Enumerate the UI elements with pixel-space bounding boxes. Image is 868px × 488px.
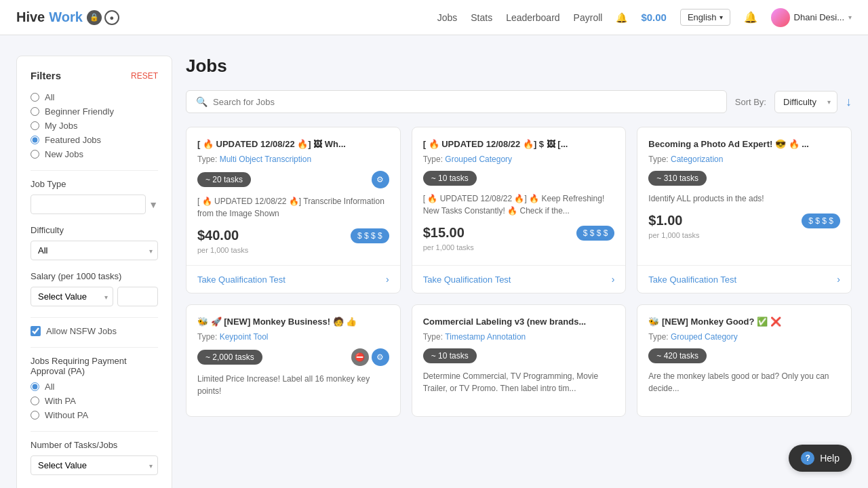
brand-hive: Hive (16, 9, 45, 25)
nav-leaderboard[interactable]: Leaderboard (506, 12, 559, 23)
job-card: Commercial Labeling v3 (new brands... Ty… (412, 304, 627, 417)
pa-radio-group: All With PA Without PA (31, 382, 158, 420)
scope-myjobs-label: My Jobs (45, 121, 77, 131)
user-name: Dhani Desi... (794, 12, 844, 22)
nav-sound[interactable]: 🔔 (616, 12, 627, 23)
pa-with[interactable]: With PA (31, 396, 158, 406)
scope-all-radio[interactable] (31, 93, 39, 102)
pa-without-radio[interactable] (31, 411, 39, 420)
pa-without-label: Without PA (45, 410, 88, 420)
user-menu[interactable]: Dhani Desi... (771, 8, 852, 27)
scope-all[interactable]: All (31, 92, 158, 102)
pa-all-label: All (45, 382, 54, 392)
jobtype-label: Job Type (31, 179, 158, 189)
nav-payroll[interactable]: Payroll (574, 12, 603, 23)
pa-without[interactable]: Without PA (31, 410, 158, 420)
scope-newjobs-label: New Jobs (45, 149, 83, 159)
nav-stats[interactable]: Stats (471, 12, 492, 23)
job-type: Type: Categorization (648, 155, 840, 164)
salary-badge: $ $ $ $ (802, 214, 840, 228)
pa-all-radio[interactable] (31, 382, 39, 391)
salary-badge: $ $ $ $ (576, 226, 615, 241)
nsfw-label: Allow NSFW Jobs (46, 326, 117, 336)
divider-4 (31, 431, 158, 432)
pa-label: Jobs Requiring Payment Approval (PA) (31, 356, 158, 376)
job-type-link[interactable]: Timestamp Annotation (445, 332, 526, 342)
pa-filter: Jobs Requiring Payment Approval (PA) All… (31, 356, 158, 420)
difficulty-filter: Difficulty All Easy Medium Hard ▾ (31, 225, 158, 260)
job-type: Type: Keypoint Tool (197, 332, 389, 342)
search-icon: 🔍 (196, 96, 208, 107)
salary-value-input[interactable] (117, 287, 158, 306)
scope-newjobs[interactable]: New Jobs (31, 149, 158, 159)
jobtype-filter: Job Type ▼ (31, 179, 158, 214)
scope-myjobs[interactable]: My Jobs (31, 121, 158, 131)
scope-newjobs-radio[interactable] (31, 150, 39, 159)
nav-jobs[interactable]: Jobs (437, 12, 458, 23)
job-card-body: Commercial Labeling v3 (new brands... Ty… (412, 305, 626, 416)
job-type: Type: Grouped Category (423, 155, 615, 164)
reset-button[interactable]: RESET (131, 71, 158, 81)
task-icon: ⚙ (372, 171, 389, 188)
job-card-body: [ 🔥 UPDATED 12/08/22 🔥] $ 🖼 [... Type: G… (412, 127, 626, 265)
job-card: Becoming a Photo Ad Expert! 😎 🔥 ... Type… (637, 127, 852, 293)
sort-direction-button[interactable]: ↓ (846, 95, 852, 109)
pa-all[interactable]: All (31, 382, 158, 392)
brand-work: Work (49, 9, 83, 25)
scope-myjobs-radio[interactable] (31, 121, 39, 130)
tasks-badge: ~ 420 tasks (648, 348, 707, 363)
job-salary: $1.00 (648, 213, 682, 228)
jobtype-filter-icon[interactable]: ▼ (149, 199, 158, 210)
divider-3 (31, 347, 158, 348)
nsfw-checkbox-label[interactable]: Allow NSFW Jobs (31, 326, 158, 336)
job-title: 🐝 🚀 [NEW] Monkey Business! 🧑 👍 (197, 316, 389, 328)
scope-beginner[interactable]: Beginner Friendly (31, 106, 158, 117)
job-salary: $15.00 (423, 225, 465, 241)
salary-select[interactable]: Select Value (31, 287, 113, 306)
job-type-link[interactable]: Categorization (671, 155, 723, 164)
tasks-select[interactable]: Select Value (31, 455, 158, 475)
tasks-row: ~ 420 tasks (648, 348, 840, 363)
divider-1 (31, 170, 158, 171)
brand-logo[interactable]: Hive Work 🔒 ● (16, 9, 119, 25)
nsfw-checkbox[interactable] (31, 326, 41, 336)
nav-bell-icon[interactable]: 🔔 (744, 11, 757, 24)
difficulty-select[interactable]: All Easy Medium Hard (31, 241, 158, 260)
salary-filter: Salary (per 1000 tasks) Select Value ▾ (31, 271, 158, 306)
job-description: Are the monkey labels good or bad? Only … (648, 370, 840, 394)
page-container: Filters RESET All Beginner Friendly My J… (0, 35, 868, 488)
job-type-link[interactable]: Multi Object Transcription (220, 155, 311, 164)
pa-with-radio[interactable] (31, 396, 39, 405)
job-card-body: 🐝 🚀 [NEW] Monkey Business! 🧑 👍 Type: Key… (186, 305, 400, 416)
jobtype-input-row: ▼ (31, 195, 158, 214)
brand-icon-lock: 🔒 (87, 10, 102, 25)
help-button[interactable]: ? Help (789, 445, 852, 472)
salary-label: Salary (per 1000 tasks) (31, 271, 158, 281)
scope-featured[interactable]: Featured Jobs (31, 135, 158, 145)
job-type-link[interactable]: Keypoint Tool (220, 332, 269, 342)
language-selector[interactable]: English (680, 9, 730, 26)
nav-balance: $0.00 (641, 12, 667, 23)
help-label: Help (820, 453, 840, 464)
jobtype-input[interactable] (31, 195, 146, 214)
tasks-badge: ~ 10 tasks (423, 348, 477, 363)
job-type-link[interactable]: Grouped Category (445, 155, 512, 164)
chevron-right-icon: › (612, 274, 615, 285)
qualification-link[interactable]: Take Qualification Test (197, 274, 285, 285)
sidebar: Filters RESET All Beginner Friendly My J… (16, 56, 172, 488)
job-type-link[interactable]: Grouped Category (671, 332, 738, 342)
job-description: Identify ALL products in the ads! (648, 192, 840, 205)
job-description: [ 🔥 UPDATED 12/08/22 🔥] 🔥 Keep Refreshin… (423, 192, 615, 217)
sort-select-wrap: Difficulty Salary Tasks Newest ▾ (774, 91, 837, 113)
scope-featured-radio[interactable] (31, 136, 39, 144)
scope-filter: All Beginner Friendly My Jobs Featured J… (31, 92, 158, 159)
sort-select[interactable]: Difficulty Salary Tasks Newest (774, 91, 837, 113)
qualification-link[interactable]: Take Qualification Test (423, 274, 511, 285)
scope-beginner-radio[interactable] (31, 107, 39, 116)
jobs-grid: [ 🔥 UPDATED 12/08/22 🔥] 🖼 Wh... Type: Mu… (186, 127, 852, 417)
search-input[interactable] (213, 97, 717, 107)
qualification-link[interactable]: Take Qualification Test (648, 274, 736, 285)
tasks-row: ~ 10 tasks (423, 348, 615, 363)
job-card: 🐝 [NEW] Monkey Good? ✅ ❌ Type: Grouped C… (637, 304, 852, 417)
job-card: 🐝 🚀 [NEW] Monkey Business! 🧑 👍 Type: Key… (186, 304, 401, 417)
